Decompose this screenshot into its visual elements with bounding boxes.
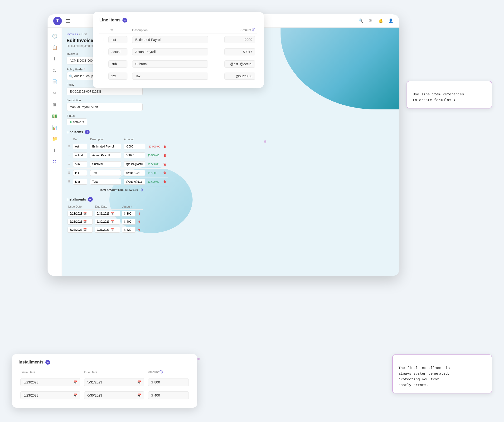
- fli-drag-handle-3[interactable]: ⠿: [101, 74, 104, 78]
- ref-input-4[interactable]: [73, 179, 87, 185]
- total-info-icon[interactable]: ⓘ: [140, 188, 143, 192]
- due-calendar-icon-2[interactable]: 📅: [111, 228, 114, 232]
- fli-desc-input-3[interactable]: [132, 73, 208, 80]
- ref-input-1[interactable]: [73, 153, 87, 158]
- fi-due-date-0[interactable]: 5/31/2023 📅: [84, 378, 144, 386]
- delete-row-button-0[interactable]: 🗑: [163, 145, 166, 148]
- fi-issue-date-0[interactable]: 5/23/2023 📅: [20, 378, 80, 386]
- policy-input[interactable]: [66, 87, 143, 95]
- drag-handle[interactable]: ⠿: [68, 162, 70, 166]
- due-calendar-icon-1[interactable]: 📅: [111, 220, 114, 223]
- fi-col-amount: Amount ⓘ: [146, 368, 191, 376]
- drag-handle[interactable]: ⠿: [68, 180, 70, 183]
- fli-desc-input-0[interactable]: [132, 36, 208, 43]
- issue-calendar-icon-2[interactable]: 📅: [83, 228, 87, 232]
- drag-handle[interactable]: ⠿: [68, 171, 70, 175]
- inst-amount-0[interactable]: $ 800: [122, 211, 136, 216]
- formula-input-4[interactable]: [124, 179, 145, 185]
- issue-date-0[interactable]: 5/23/2023 📅: [67, 211, 93, 216]
- fi-issue-date-1[interactable]: 5/23/2023 📅: [20, 391, 80, 399]
- fli-ref-input-2[interactable]: [108, 61, 127, 67]
- delete-row-button-3[interactable]: 🗑: [163, 171, 166, 175]
- description-input[interactable]: [66, 103, 143, 111]
- issue-calendar-icon-1[interactable]: 📅: [83, 220, 87, 223]
- formula-input-2[interactable]: [124, 161, 145, 167]
- delete-inst-button-1[interactable]: 🗑: [138, 220, 141, 224]
- ref-input-3[interactable]: [73, 170, 87, 176]
- user-icon[interactable]: 👤: [389, 18, 394, 24]
- desc-input-1[interactable]: [90, 153, 121, 158]
- mail-icon[interactable]: ✉: [368, 18, 374, 24]
- fli-desc-input-1[interactable]: [132, 48, 208, 55]
- fi-due-date-1[interactable]: 6/30/2023 📅: [84, 391, 144, 399]
- sidebar-item-files[interactable]: 🗂: [50, 66, 60, 75]
- sidebar-item-download[interactable]: ⬇: [50, 146, 60, 155]
- formula-input-1[interactable]: [124, 153, 145, 158]
- inst-amount-2[interactable]: $ 420: [122, 227, 136, 233]
- delete-row-button-4[interactable]: 🗑: [163, 180, 166, 184]
- fli-drag-handle-0[interactable]: ⠿: [101, 38, 104, 42]
- bell-icon[interactable]: 🔔: [378, 18, 384, 24]
- delete-inst-button-2[interactable]: 🗑: [138, 228, 141, 232]
- fli-drag-handle-1[interactable]: ⠿: [101, 50, 104, 54]
- sidebar-item-trash[interactable]: 🗑: [50, 100, 60, 110]
- formula-input-0[interactable]: [124, 144, 145, 149]
- fli-ref-input-0[interactable]: [108, 36, 127, 43]
- fli-amount-input-3[interactable]: [224, 73, 255, 80]
- desc-input-3[interactable]: [90, 170, 121, 176]
- fli-amount-input-1[interactable]: [224, 48, 255, 55]
- fli-desc-input-2[interactable]: [132, 61, 208, 67]
- fli-amount-info-icon[interactable]: ⓘ: [252, 28, 255, 32]
- add-line-item-button[interactable]: +: [85, 130, 90, 135]
- fi-add-button[interactable]: +: [45, 360, 50, 365]
- fli-drag-handle-2[interactable]: ⠿: [101, 62, 104, 66]
- fli-add-button[interactable]: +: [122, 18, 127, 23]
- issue-calendar-icon-0[interactable]: 📅: [83, 212, 87, 215]
- sidebar-item-folders[interactable]: 📁: [50, 134, 60, 144]
- inst-amount-1[interactable]: $ 400: [122, 219, 136, 225]
- fli-title: Line Items: [99, 18, 120, 23]
- delete-inst-button-0[interactable]: 🗑: [138, 212, 141, 215]
- formula-input-3[interactable]: [124, 170, 145, 176]
- fi-due-cal-icon-1[interactable]: 📅: [137, 393, 141, 397]
- drag-handle[interactable]: ⠿: [68, 145, 70, 148]
- delete-row-button-2[interactable]: 🗑: [163, 162, 166, 166]
- breadcrumb-parent[interactable]: Invoices: [66, 32, 78, 36]
- fi-amount-1[interactable]: $ 400: [148, 391, 189, 399]
- fli-row: ⠿: [99, 34, 257, 46]
- issue-date-2[interactable]: 5/23/2023 📅: [67, 227, 93, 233]
- sidebar-item-reports[interactable]: 📊: [50, 123, 60, 132]
- delete-row-button-1[interactable]: 🗑: [163, 153, 166, 157]
- fli-amount-input-0[interactable]: [224, 36, 255, 43]
- desc-input-4[interactable]: [90, 179, 121, 185]
- issue-date-1[interactable]: 5/23/2023 📅: [67, 219, 93, 225]
- fli-ref-input-3[interactable]: [108, 73, 127, 80]
- desc-input-0[interactable]: [90, 144, 121, 149]
- hamburger-menu[interactable]: [66, 19, 70, 23]
- due-date-1[interactable]: 6/30/2023 📅: [95, 219, 120, 225]
- ref-input-0[interactable]: [73, 144, 87, 149]
- sidebar-item-billing[interactable]: 💵: [50, 111, 60, 121]
- fi-amount-0[interactable]: $ 800: [148, 378, 189, 386]
- fi-issue-cal-icon-0[interactable]: 📅: [73, 380, 77, 384]
- sidebar-item-security[interactable]: 🛡: [50, 157, 60, 166]
- fi-due-cal-icon-0[interactable]: 📅: [137, 380, 141, 384]
- fli-amount-input-2[interactable]: [224, 61, 255, 67]
- due-date-2[interactable]: 7/31/2023 📅: [95, 227, 120, 233]
- sidebar-item-messages[interactable]: ✉: [50, 88, 60, 98]
- status-badge[interactable]: active ▾: [66, 118, 87, 125]
- search-icon[interactable]: 🔍: [359, 18, 364, 24]
- due-date-0[interactable]: 5/31/2023 📅: [95, 211, 120, 216]
- sidebar-item-recent[interactable]: 🕐: [50, 31, 60, 41]
- sidebar-item-upload[interactable]: ⬆: [50, 54, 60, 64]
- add-installment-button[interactable]: +: [88, 197, 93, 202]
- due-calendar-icon-0[interactable]: 📅: [111, 212, 114, 215]
- desc-input-2[interactable]: [90, 161, 121, 167]
- fli-ref-input-1[interactable]: [108, 48, 127, 55]
- sidebar-item-list[interactable]: 📋: [50, 43, 60, 52]
- fi-amount-info-icon[interactable]: ⓘ: [160, 370, 163, 374]
- fi-issue-cal-icon-1[interactable]: 📅: [73, 393, 77, 397]
- drag-handle[interactable]: ⠿: [68, 154, 70, 157]
- sidebar-item-documents[interactable]: 📄: [50, 77, 60, 87]
- ref-input-2[interactable]: [73, 161, 87, 167]
